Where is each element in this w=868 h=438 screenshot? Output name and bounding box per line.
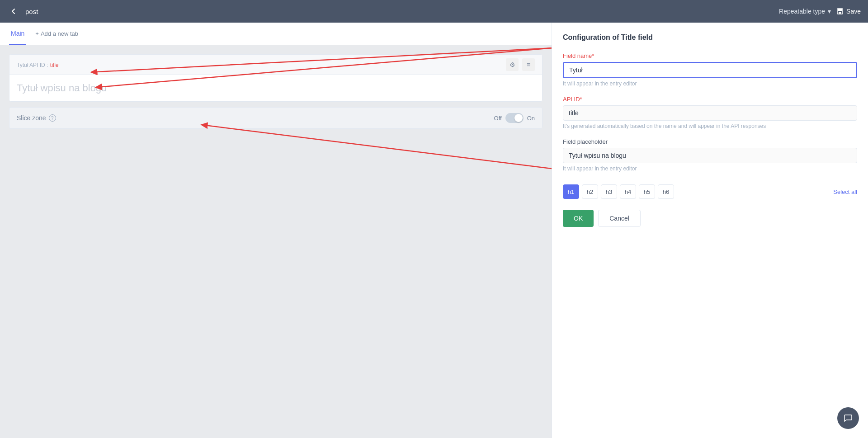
repeatable-type-button[interactable]: Repeatable type ▾ (779, 8, 831, 15)
field-placeholder-hint: It will appear in the entry editor (563, 165, 857, 172)
field-placeholder: Tytuł wpisu na blogu (17, 82, 107, 94)
api-id-input[interactable] (563, 105, 857, 121)
main-layout: Main + Add a new tab Tytuł API ID : titl… (0, 23, 868, 438)
api-id-group: API ID* It's generated automatically bas… (563, 96, 857, 129)
field-placeholder-input[interactable] (563, 148, 857, 163)
content-scroll[interactable]: Tytuł API ID : title ⚙ ≡ Tytuł wpisu na … (0, 45, 552, 438)
panel-title: Configuration of Title field (563, 33, 857, 42)
field-api-info: Tytuł API ID : title (17, 61, 59, 69)
slice-zone-toggle: Off On (494, 113, 535, 123)
add-tab-button[interactable]: + Add a new tab (35, 30, 78, 37)
field-name-group: Field name* It will appear in the entry … (563, 52, 857, 87)
field-card-body: Tytuł wpisu na blogu (9, 75, 542, 101)
slice-zone-help-icon[interactable]: ? (49, 114, 56, 122)
svg-rect-1 (838, 9, 842, 11)
heading-h2-button[interactable]: h2 (582, 184, 598, 199)
field-menu-button[interactable]: ≡ (522, 58, 535, 71)
field-placeholder-group: Field placeholder It will appear in the … (563, 138, 857, 172)
right-panel: Configuration of Title field Field name*… (552, 23, 868, 438)
api-id-label: API ID* (563, 96, 857, 103)
gear-icon: ⚙ (509, 61, 515, 68)
heading-h1-button[interactable]: h1 (563, 184, 579, 199)
svg-rect-2 (839, 12, 841, 14)
topbar-right: Repeatable type ▾ Save (779, 8, 861, 15)
slice-zone: Slice zone ? Off On (9, 107, 542, 129)
field-name-label: Field name* (563, 52, 857, 59)
heading-h5-button[interactable]: h5 (639, 184, 655, 199)
panel-actions: OK Cancel (563, 210, 857, 227)
field-placeholder-label: Field placeholder (563, 138, 857, 145)
field-card-header: Tytuł API ID : title ⚙ ≡ (9, 55, 542, 75)
plus-icon: + (35, 30, 39, 37)
save-label: Save (846, 8, 861, 15)
field-name-input[interactable] (563, 62, 857, 78)
tabs-bar: Main + Add a new tab (0, 23, 552, 45)
svg-line-6 (202, 125, 552, 169)
back-button[interactable] (7, 5, 20, 18)
document-title: post (25, 8, 38, 15)
slice-zone-label: Slice zone ? (17, 114, 56, 122)
slice-zone-header: Slice zone ? Off On (9, 108, 542, 128)
tab-main[interactable]: Main (9, 23, 26, 45)
menu-icon: ≡ (527, 61, 530, 68)
heading-h3-button[interactable]: h3 (601, 184, 617, 199)
heading-h6-button[interactable]: h6 (658, 184, 674, 199)
chat-bubble-button[interactable] (837, 407, 859, 429)
repeatable-type-label: Repeatable type (779, 8, 825, 15)
field-api-label: Tytuł API ID : (17, 62, 48, 68)
slice-zone-toggle-switch[interactable] (505, 113, 524, 123)
field-card: Tytuł API ID : title ⚙ ≡ Tytuł wpisu na … (9, 54, 542, 102)
ok-button[interactable]: OK (563, 210, 594, 227)
heading-buttons: h1 h2 h3 h4 h5 h6 Select all (563, 184, 857, 199)
dropdown-icon: ▾ (828, 8, 831, 15)
heading-h4-button[interactable]: h4 (620, 184, 636, 199)
save-button[interactable]: Save (836, 8, 861, 15)
toggle-thumb (514, 114, 523, 122)
field-api-id-value: title (50, 62, 59, 68)
content-area: Main + Add a new tab Tytuł API ID : titl… (0, 23, 552, 438)
field-name-hint: It will appear in the entry editor (563, 80, 857, 87)
topbar: post Repeatable type ▾ Save (0, 0, 868, 23)
annotation-arrows (0, 45, 552, 438)
cancel-button[interactable]: Cancel (598, 210, 641, 227)
field-settings-button[interactable]: ⚙ (506, 58, 519, 71)
api-id-hint: It's generated automatically based on th… (563, 123, 857, 129)
field-card-actions: ⚙ ≡ (506, 58, 535, 71)
select-all-link[interactable]: Select all (833, 188, 857, 195)
